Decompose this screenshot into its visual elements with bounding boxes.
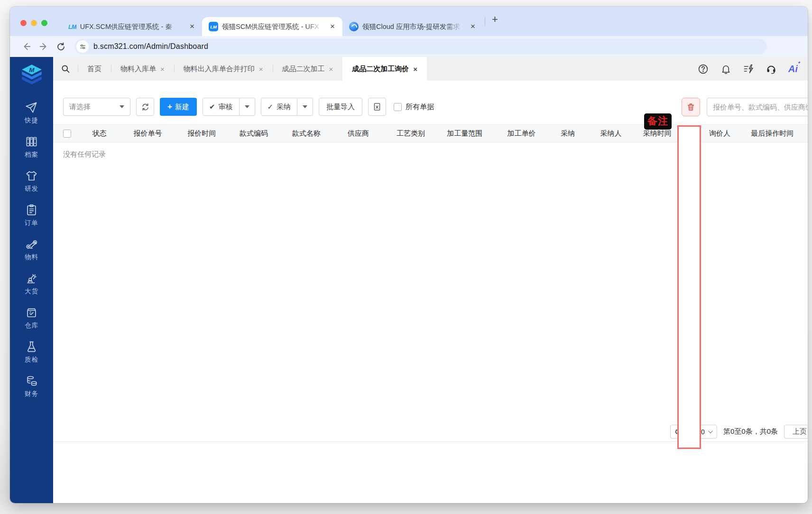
all-documents-label: 所有单据 [406,103,434,112]
column-header[interactable]: 状态 [82,129,117,138]
url-text[interactable]: b.scm321.com/Admin/Dashboard [93,42,208,51]
coins-icon [25,374,38,387]
t-shirt-icon [25,169,38,182]
all-documents-checkbox-group[interactable]: 所有单据 [394,103,434,112]
headset-support-icon[interactable] [766,63,777,75]
zoom-window-button[interactable] [41,20,47,26]
flask-icon [25,340,38,353]
new-button[interactable]: + 新建 [160,98,197,116]
refresh-button[interactable] [136,98,154,116]
box-check-icon [25,306,38,319]
adopt-button[interactable]: ✓ 采纳 [261,98,298,116]
column-header[interactable]: 报价单号 [117,129,179,138]
sidebar-item-orders[interactable]: 订单 [10,198,53,233]
batch-import-label: 批量导入 [326,103,355,112]
reload-button[interactable] [54,39,68,54]
lm-italic-favicon: LM [68,23,76,30]
sidebar-item-materials[interactable]: 物料 [10,233,53,267]
paper-plane-icon [25,101,38,114]
browser-tab-1[interactable]: LM UFX.SCM供应链管理系统 - 秦 × [62,17,202,36]
app-tab-secondary-processing[interactable]: 成品二次加工 × [273,57,343,81]
keyword-search-input[interactable] [707,98,808,116]
adopt-dropdown-button[interactable] [297,98,313,116]
app-logo-icon: M [20,64,44,85]
app-tab-material-inbound[interactable]: 物料入库单 × [111,57,174,81]
audit-button[interactable]: ✔ 审核 [203,98,240,116]
adopt-button-label: 采纳 [277,103,291,112]
annotation-badge-remark: 备注 [644,113,672,130]
column-header[interactable]: 采纳 [548,129,587,138]
new-tab-button[interactable]: + [492,14,498,25]
app-tab-home[interactable]: 首页 [78,57,111,81]
tab-close-icon[interactable]: × [469,22,477,31]
select-all-checkbox[interactable] [63,130,71,138]
app-tab-merge-print[interactable]: 物料出入库单合并打印 × [174,57,273,81]
clipboard-icon [25,204,38,216]
previous-page-label: 上页 [793,427,807,436]
previous-page-button[interactable]: 上页 [784,425,808,439]
delete-button[interactable] [682,98,700,116]
tab-close-icon[interactable]: × [188,22,196,31]
minimize-window-button[interactable] [31,20,37,26]
close-window-button[interactable] [20,20,27,26]
sidebar-item-warehouse[interactable]: 仓库 [10,301,53,335]
app-tab-label: 物料入库单 [120,65,156,74]
tab-separator [485,17,485,26]
window-controls [20,20,47,26]
sidebar-item-finance[interactable]: 财务 [10,369,53,403]
cloud-swirl-favicon [349,22,359,31]
sidebar-label: 订单 [25,219,38,227]
export-excel-button[interactable] [368,98,386,116]
sidebar-item-rnd[interactable]: 研发 [10,164,53,198]
app-tab-close-icon[interactable]: × [160,65,165,73]
checkbox-icon[interactable] [394,103,402,111]
sidebar-item-archives[interactable]: 档案 [10,130,53,164]
back-button[interactable] [19,39,34,54]
site-settings-icon[interactable] [76,40,89,53]
app-header-icons: Ai [697,57,798,81]
browser-tab-2-active[interactable]: LM 领猫SCM供应链管理系统 - UFX × [202,17,342,36]
app-tab-close-icon[interactable]: × [259,65,263,73]
audit-dropdown-button[interactable] [240,98,255,116]
column-header[interactable]: 款式名称 [283,129,330,138]
address-bar[interactable]: b.scm321.com/Admin/Dashboard [74,39,767,54]
column-header[interactable]: 询价人 [703,129,737,138]
sidebar-label: 质检 [25,355,38,364]
column-header[interactable]: 报价时间 [178,129,225,138]
app-tab-label: 物料出入库单合并打印 [184,65,255,74]
app-tab-close-icon[interactable]: × [413,65,417,73]
tab-close-icon[interactable]: × [328,22,337,31]
column-header[interactable]: 最后操作时间 [737,129,808,138]
sidebar-item-quick[interactable]: 快捷 [10,96,53,130]
browser-toolbar: b.scm321.com/Admin/Dashboard [10,36,808,57]
help-icon[interactable] [697,63,709,75]
browser-tab-3[interactable]: 领猫Cloud 应用市场-提研发需求 × [342,17,483,36]
status-filter-select[interactable]: 请选择 [63,98,130,116]
app-tab-close-icon[interactable]: × [329,65,333,73]
column-header[interactable]: 加工量范围 [435,129,495,138]
app-search-button[interactable] [53,57,78,81]
adopt-split-button: ✓ 采纳 [261,98,314,116]
sidebar-item-bulk[interactable]: 大货 [10,267,53,301]
ai-assistant-icon[interactable]: Ai [788,64,798,75]
notifications-bell-icon[interactable] [720,63,731,75]
sidebar-item-qc[interactable]: 质检 [10,335,53,369]
app-tab-processing-inquiry-active[interactable]: 成品二次加工询价 × [342,57,427,81]
forward-button[interactable] [37,39,51,54]
sidebar-label: 大货 [25,287,38,296]
app-sidebar: M 快捷 档案 研发 订单 [10,57,53,503]
chevron-down-icon [303,105,307,108]
quick-actions-icon[interactable] [743,63,754,75]
sidebar-label: 仓库 [25,321,38,330]
trash-icon [686,103,695,112]
column-header[interactable]: 款式编码 [225,129,283,138]
column-header[interactable]: 采纳人 [587,129,635,138]
audit-split-button: ✔ 审核 [203,98,255,116]
column-header[interactable]: 加工单价 [495,129,549,138]
column-header[interactable]: 工艺类别 [387,129,435,138]
column-header[interactable]: 供应商 [330,129,387,138]
chevron-down-icon [245,105,249,108]
column-header[interactable]: 采纳时间 [635,129,680,138]
refresh-icon [141,103,150,112]
batch-import-button[interactable]: 批量导入 [319,98,362,116]
